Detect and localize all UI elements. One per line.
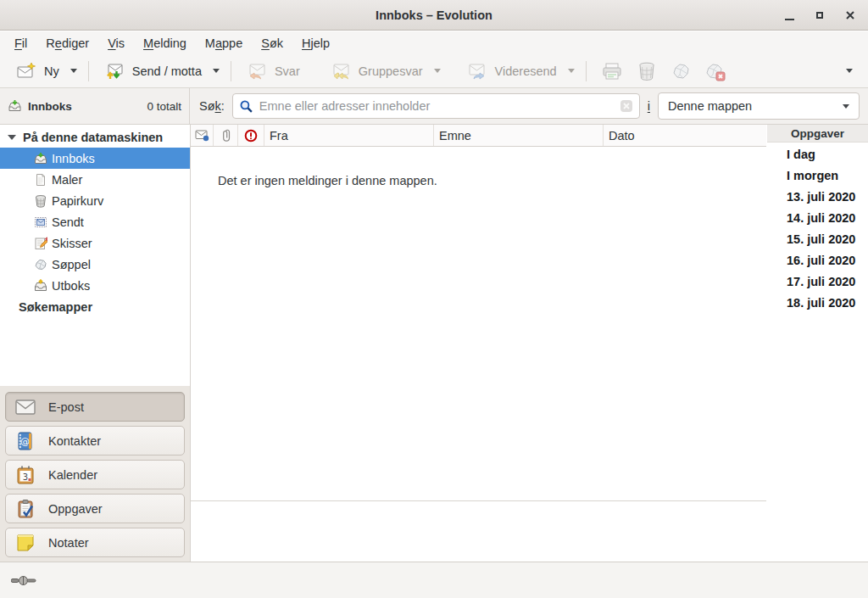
menu-help[interactable]: Hjelp [292,33,339,53]
junk-icon [670,61,691,81]
chevron-down-icon [846,69,853,73]
folder-trash[interactable]: Papirkurv [0,190,190,211]
titlebar: Innboks – Evolution [0,0,868,31]
preview-pane-splitter[interactable] [191,500,766,501]
column-subject[interactable]: Emne [434,125,604,146]
send-receive-dropdown[interactable] [209,64,223,77]
task-pane: Oppgaver I dag I morgen 13. juli 2020 14… [767,125,868,562]
outbox-icon [34,279,47,293]
folder-label: Innboks [52,152,95,165]
switcher-calendar-button[interactable]: 3 Kalender [5,460,185,489]
menu-file[interactable]: Fil [5,33,36,53]
task-group-date[interactable]: 15. juli 2020 [767,229,868,250]
new-message-button[interactable]: Ny [8,57,67,86]
mail-icon [15,399,36,416]
reply-button[interactable]: Svar [239,57,308,86]
folder-label: Sendt [52,215,84,229]
column-date[interactable]: Dato [604,125,766,146]
templates-icon [34,173,47,187]
tree-root-search-folders[interactable]: Søkemapper [0,296,190,317]
menu-message[interactable]: Melding [134,33,196,53]
task-group-date[interactable]: 13. juli 2020 [767,187,868,208]
tree-root-on-this-computer[interactable]: På denne datamaskinen [0,126,190,148]
menu-folder[interactable]: Mappe [196,33,252,53]
message-list-pane: Fra Emne Dato Det er ingen meldinger i d… [191,125,766,562]
task-group-date[interactable]: 18. juli 2020 [767,293,868,314]
svg-text:3: 3 [23,472,28,481]
trash-icon [637,61,657,81]
toolbar-overflow-button[interactable] [839,64,860,77]
search-band: Innboks 0 totalt Søk: i Denne mappen [0,88,868,125]
folder-sent[interactable]: Sendt [0,211,190,232]
expander-icon[interactable] [8,135,16,140]
svg-text:@: @ [20,436,30,447]
folder-outbox[interactable]: Utboks [0,275,190,296]
folder-inbox[interactable]: Innboks [0,148,190,169]
printer-icon [601,61,623,81]
column-from[interactable]: Fra [264,125,434,146]
switcher-label: Notater [48,536,89,550]
menu-view[interactable]: Vis [98,33,134,53]
folder-tree: På denne datamaskinen Innboks Maler Papi… [0,125,191,386]
column-attachment[interactable] [214,125,238,146]
not-junk-button[interactable] [698,57,733,86]
view-switcher: E-post @ Kontakter 3 Kalender [0,386,191,562]
search-scope-value: Denne mappen [668,99,752,113]
chevron-down-icon [843,104,849,109]
toolbar-separator [88,61,89,81]
search-icon [239,99,253,114]
minimize-icon [785,19,794,20]
task-group-date[interactable]: 17. juli 2020 [767,271,868,293]
close-icon [845,10,855,20]
drafts-icon [34,237,47,250]
switcher-tasks-button[interactable]: Oppgaver [5,494,185,523]
column-status[interactable] [191,125,214,146]
switcher-memos-button[interactable]: Notater [5,528,185,557]
folder-templates[interactable]: Maler [0,169,190,190]
send-receive-button[interactable]: Send / motta [97,57,209,86]
switcher-label: Oppgaver [48,502,103,516]
sent-icon [34,215,47,229]
menu-search[interactable]: Søk [252,33,292,53]
send-receive-icon [104,61,125,81]
task-group-tomorrow[interactable]: I morgen [767,165,868,187]
column-important[interactable] [238,125,264,146]
forward-button[interactable]: Videresend [459,57,565,86]
window-title: Innboks – Evolution [376,8,492,22]
folder-header-count: 0 totalt [147,100,181,113]
forward-dropdown[interactable] [565,64,578,77]
task-group-date[interactable]: 14. juli 2020 [767,208,868,229]
search-area: Søk: i Denne mappen [191,88,868,124]
paperclip-icon [220,129,232,143]
task-group-date[interactable]: 16. juli 2020 [767,250,868,271]
folder-header-title: Innboks [28,100,72,113]
print-button[interactable] [594,57,630,86]
contacts-icon: @ [15,431,36,451]
delete-button[interactable] [630,57,664,86]
clear-icon [620,99,633,113]
toolbar-separator [231,61,231,81]
switcher-mail-button[interactable]: E-post [5,392,185,422]
new-message-dropdown[interactable] [67,64,81,77]
clear-search-button[interactable] [620,99,633,113]
tree-root-label: På denne datamaskinen [23,131,163,144]
junk-button[interactable] [664,57,698,86]
folder-junk[interactable]: Søppel [0,254,190,275]
task-pane-header[interactable]: Oppgaver [767,125,868,143]
search-input[interactable] [259,99,614,113]
close-button[interactable] [841,6,860,25]
task-group-today[interactable]: I dag [767,144,868,165]
folder-drafts[interactable]: Skisser [0,232,190,254]
switcher-contacts-button[interactable]: @ Kontakter [5,426,185,455]
minimize-button[interactable] [780,6,798,25]
group-reply-dropdown[interactable] [431,64,444,77]
group-reply-button[interactable]: Gruppesvar [323,57,431,86]
reply-label: Svar [275,64,300,78]
maximize-button[interactable] [810,6,829,25]
message-status-icon [195,129,209,142]
search-scope-dropdown[interactable]: Denne mappen [658,92,860,120]
folder-label: Skisser [52,237,92,250]
online-status-icon[interactable] [11,574,38,587]
tasks-icon [15,499,36,519]
menu-edit[interactable]: Rediger [36,33,98,53]
